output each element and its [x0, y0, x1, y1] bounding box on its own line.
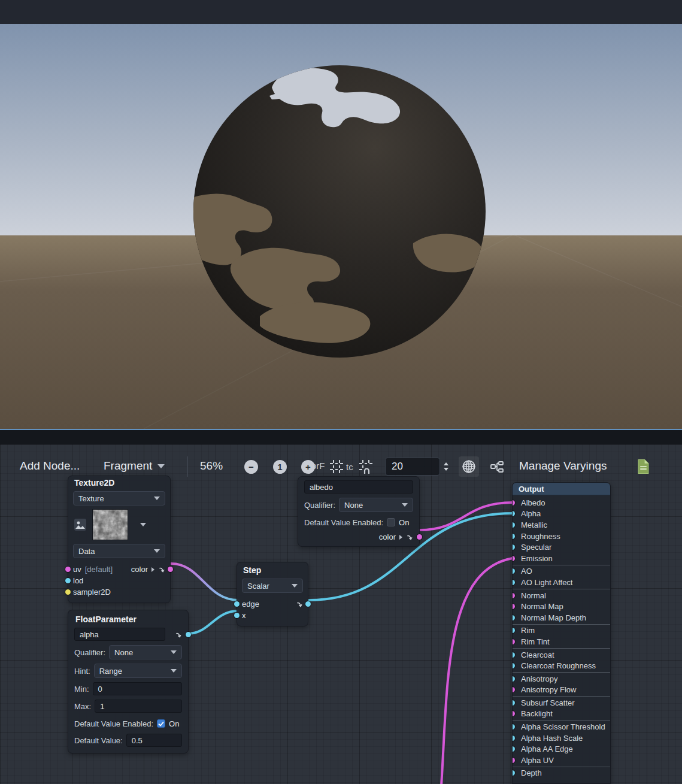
output-row-label: Alpha Scissor Threshold [521, 722, 605, 731]
max-field[interactable]: 1 [95, 700, 182, 713]
node-float-parameter[interactable]: FloatParameter alpha Qualifier: None Hin… [68, 610, 189, 753]
step-mode-value: Scalar [247, 582, 269, 591]
min-field[interactable]: 0 [93, 682, 182, 695]
hint-dropdown[interactable]: Range [94, 664, 182, 678]
uv-input-port[interactable] [65, 567, 71, 572]
preview-chevron-down-icon[interactable] [140, 523, 146, 526]
port-dot-clearcoat[interactable] [512, 652, 515, 658]
port-dot-anisotropy[interactable] [512, 676, 515, 682]
step-mode-dropdown[interactable]: Scalar [242, 579, 303, 593]
parameter-name-field[interactable]: alpha [74, 628, 165, 641]
node-step[interactable]: Step Scalar edge x [237, 562, 308, 626]
output-row: Clearcoat Roughness [513, 660, 610, 671]
output-row-label: Anisotropy Flow [521, 685, 576, 694]
port-dot-rim-tint[interactable] [512, 639, 515, 644]
color-output-port[interactable] [417, 534, 422, 540]
port-dot-normal-map[interactable] [512, 604, 515, 609]
stepper-up-icon [444, 462, 448, 465]
parameter-name-field[interactable]: albedo [304, 480, 413, 494]
qualifier-label: Qualifier: [304, 501, 335, 510]
port-dot-normal[interactable] [512, 593, 515, 598]
output-row-label: Subsurf Scatter [521, 698, 575, 707]
output-row: Alpha AA Edge [513, 743, 610, 755]
parameter-name-value: alpha [80, 630, 99, 639]
manage-varyings-button[interactable]: Manage Varyings [519, 459, 607, 473]
3d-preview-viewport[interactable] [0, 0, 682, 429]
qualifier-label: Qualifier: [74, 648, 105, 657]
node-color-parameter[interactable]: albedo Qualifier: None Default Value Ena… [298, 476, 420, 547]
data-type-dropdown[interactable]: Data [73, 544, 165, 558]
sampler2d-input-port[interactable] [65, 589, 71, 595]
image-slot-icon[interactable] [73, 517, 87, 532]
add-node-button[interactable]: Add Node... [20, 459, 80, 473]
default-enabled-text: On [169, 719, 179, 728]
hint-label: Hint: [74, 667, 90, 676]
default-value-field[interactable]: 0.5 [126, 734, 182, 747]
port-dot-ao-light-affect[interactable] [512, 580, 515, 585]
arrange-nodes-button[interactable] [488, 458, 506, 476]
chevron-down-icon [157, 464, 165, 468]
default-enabled-row: Default Value Enabled: On [74, 718, 182, 729]
qualifier-dropdown[interactable]: None [109, 645, 182, 659]
node-texture2d[interactable]: Texture2D Texture [68, 476, 171, 603]
port-dot-alpha-scissor-threshold[interactable] [512, 724, 515, 729]
port-dot-alpha-hash-scale[interactable] [512, 735, 515, 741]
chevron-right-icon[interactable] [399, 535, 402, 540]
expand-port-icon[interactable] [406, 534, 413, 540]
port-dot-anisotropy-flow[interactable] [512, 687, 515, 692]
output-row: AO [513, 566, 610, 577]
expand-port-icon[interactable] [158, 566, 165, 573]
zoom-reset-button[interactable]: 1 [273, 460, 287, 474]
port-dot-rim[interactable] [512, 628, 515, 633]
x-input-port[interactable] [234, 613, 240, 618]
output-row: Specular [513, 541, 610, 553]
zoom-out-button[interactable]: − [244, 460, 258, 474]
snap-grid-toggle-button[interactable] [328, 458, 345, 475]
expand-port-icon[interactable] [296, 601, 303, 607]
output-group-separator [513, 720, 610, 721]
chevron-right-icon[interactable] [151, 567, 154, 572]
port-dot-subsurf-scatter[interactable] [512, 700, 515, 706]
step-output-port[interactable] [305, 601, 311, 607]
port-dot-backlight[interactable] [512, 711, 515, 716]
port-dot-ao[interactable] [512, 568, 515, 574]
qualifier-dropdown[interactable]: None [339, 498, 413, 512]
snap-distance-input[interactable]: 20 [385, 458, 440, 476]
edge-input-port[interactable] [234, 601, 240, 607]
port-dot-specular[interactable] [512, 544, 515, 550]
default-enabled-checkbox[interactable] [157, 719, 165, 728]
texture-slot-dropdown[interactable]: Texture [73, 491, 165, 505]
minus-icon: − [248, 462, 254, 472]
preview-shader-toggle-button[interactable] [459, 456, 479, 477]
shader-stage-dropdown[interactable]: Fragment [104, 459, 165, 473]
port-dot-alpha[interactable] [512, 511, 515, 516]
port-dot-clearcoat-roughness[interactable] [512, 663, 515, 668]
snap-node-toggle-button[interactable] [357, 458, 374, 475]
output-row-label: Anisotropy [521, 674, 557, 683]
default-enabled-checkbox[interactable] [387, 518, 395, 526]
port-dot-roughness[interactable] [512, 534, 515, 539]
plus-icon: + [305, 462, 311, 472]
node-output[interactable]: Output AlbedoAlphaMetallicRoughnessSpecu… [512, 482, 611, 784]
texture-thumbnail[interactable] [92, 509, 128, 540]
port-dot-alpha-aa-edge[interactable] [512, 746, 515, 752]
port-dot-metallic[interactable] [512, 522, 515, 528]
output-row: AO Light Affect [513, 577, 610, 588]
alpha-output-port[interactable] [186, 632, 191, 637]
panel-splitter[interactable] [0, 430, 682, 444]
shader-file-button[interactable] [636, 458, 650, 475]
port-dot-emission[interactable] [512, 556, 515, 561]
lod-input-port[interactable] [65, 578, 71, 583]
godot-visual-shader-editor: orF tc Texture2D Texture [0, 0, 682, 784]
expand-port-icon[interactable] [175, 631, 182, 638]
port-dot-normal-map-depth[interactable] [512, 615, 515, 620]
port-dot-depth[interactable] [512, 770, 515, 776]
port-dot-alpha-uv[interactable] [512, 758, 515, 763]
default-value-label: Default Value: [74, 736, 123, 745]
zoom-in-button[interactable]: + [301, 460, 315, 474]
port-dot-albedo[interactable] [512, 500, 515, 505]
shader-file-icon [637, 459, 650, 474]
chevron-down-icon [154, 497, 160, 500]
color-output-port[interactable] [168, 567, 173, 572]
snap-distance-stepper[interactable] [441, 459, 451, 474]
